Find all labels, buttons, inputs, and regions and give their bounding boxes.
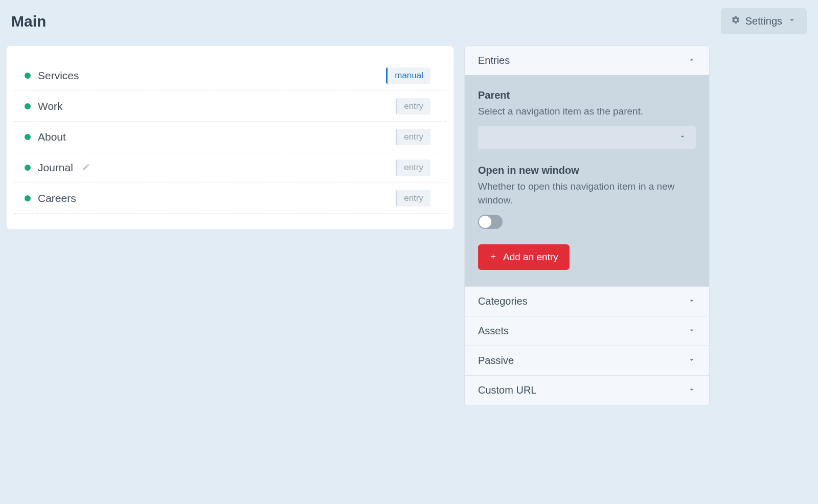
nav-items-card: Services manual Work entry About <box>6 45 454 230</box>
nav-item-type-badge: entry <box>396 129 430 145</box>
parent-field-label: Parent <box>478 89 696 101</box>
new-window-field-label: Open in new window <box>478 165 696 176</box>
nav-row-careers[interactable]: Careers entry <box>14 183 446 214</box>
nav-item-label: Work <box>38 100 63 112</box>
accordion-section-entries: Entries Parent Select a navigation item … <box>465 46 709 286</box>
toggle-knob <box>479 216 491 228</box>
accordion-header-passive[interactable]: Passive <box>465 346 709 375</box>
nav-item-type-badge: entry <box>396 159 430 176</box>
parent-select[interactable] <box>478 126 696 149</box>
accordion-title: Passive <box>478 355 514 366</box>
nav-row-services[interactable]: Services manual <box>14 60 446 91</box>
nav-item-type-badge: manual <box>386 67 430 84</box>
chevron-down-icon <box>787 15 797 27</box>
nav-row-work[interactable]: Work entry <box>14 91 446 122</box>
new-window-field: Open in new window Whether to open this … <box>478 165 696 229</box>
accordion-header-custom-url[interactable]: Custom URL <box>465 376 709 405</box>
accordion-title: Categories <box>478 295 528 307</box>
parent-field: Parent Select a navigation item as the p… <box>478 89 696 149</box>
status-dot-icon <box>25 195 31 201</box>
nav-item-type-badge: entry <box>396 190 430 207</box>
new-window-toggle[interactable] <box>478 215 503 229</box>
status-dot-icon <box>25 165 31 171</box>
chevron-down-icon <box>688 295 696 307</box>
status-dot-icon <box>25 103 31 109</box>
add-entry-label: Add an entry <box>503 251 558 263</box>
nav-item-label: Careers <box>38 192 76 204</box>
accordion-section-custom-url: Custom URL <box>465 375 709 405</box>
pencil-icon[interactable] <box>82 163 90 173</box>
nav-item-label: Services <box>38 70 79 82</box>
settings-label: Settings <box>745 15 782 27</box>
nav-row-about[interactable]: About entry <box>14 122 446 152</box>
page-header: Main Settings <box>5 5 813 45</box>
accordion-header-categories[interactable]: Categories <box>465 287 709 316</box>
accordion-title: Entries <box>478 55 510 66</box>
entries-panel: Parent Select a navigation item as the p… <box>465 75 709 286</box>
accordion-section-assets: Assets <box>465 316 709 346</box>
add-entry-button[interactable]: Add an entry <box>478 244 570 270</box>
settings-button[interactable]: Settings <box>721 8 807 34</box>
chevron-up-icon <box>688 55 696 66</box>
page-title: Main <box>11 13 46 30</box>
plus-icon <box>489 251 497 263</box>
status-dot-icon <box>25 134 31 140</box>
gear-icon <box>731 15 740 27</box>
nav-item-label: About <box>38 131 66 143</box>
chevron-down-icon <box>678 132 687 143</box>
parent-field-desc: Select a navigation item as the parent. <box>478 104 696 119</box>
accordion-section-categories: Categories <box>465 286 709 316</box>
sidebar-accordion: Entries Parent Select a navigation item … <box>464 45 710 405</box>
chevron-down-icon <box>688 325 696 337</box>
chevron-down-icon <box>688 355 696 366</box>
accordion-header-assets[interactable]: Assets <box>465 316 709 346</box>
chevron-down-icon <box>688 384 696 396</box>
accordion-title: Assets <box>478 325 509 337</box>
nav-item-label: Journal <box>38 162 73 174</box>
accordion-title: Custom URL <box>478 384 536 396</box>
nav-row-journal[interactable]: Journal entry <box>14 152 446 183</box>
accordion-header-entries[interactable]: Entries <box>465 46 709 75</box>
accordion-section-passive: Passive <box>465 346 709 375</box>
new-window-field-desc: Whether to open this navigation item in … <box>478 179 696 208</box>
status-dot-icon <box>25 73 31 79</box>
nav-item-type-badge: entry <box>396 98 430 114</box>
